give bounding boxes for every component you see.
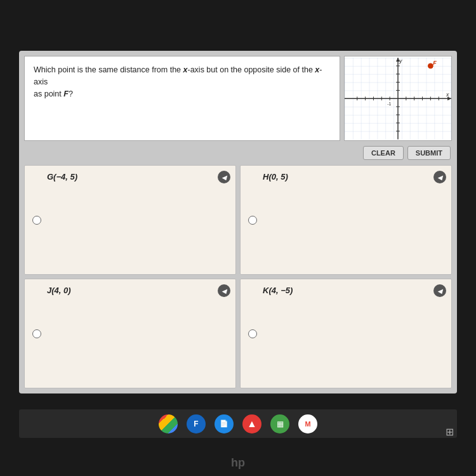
clear-button[interactable]: CLEAR (363, 146, 404, 160)
taskbar-gmail-icon[interactable]: M (298, 414, 317, 433)
audio-icon-c[interactable]: ◀ (218, 284, 230, 297)
taskbar-sheets-icon[interactable]: ▦ (270, 414, 289, 433)
corner-display-icon: ⊞ (446, 426, 454, 438)
answer-card-d[interactable]: ◀ K(4, −5) (240, 279, 452, 388)
audio-icon-b[interactable]: ◀ (433, 171, 446, 183)
answer-label-c: J(4, 0) (47, 286, 71, 295)
taskbar-docs-icon[interactable]: 📄 (215, 414, 234, 433)
answer-label-d: K(4, −5) (263, 286, 293, 295)
radio-b[interactable] (248, 216, 257, 225)
question-text: Which point is the same distance from th… (34, 65, 322, 98)
taskbar-chrome-icon[interactable] (159, 414, 178, 433)
svg-text:F: F (433, 60, 437, 66)
hp-logo: hp (231, 456, 245, 470)
radio-c[interactable] (32, 329, 41, 338)
submit-button[interactable]: SUBMIT (407, 146, 451, 160)
answer-card-c[interactable]: ◀ J(4, 0) (24, 279, 236, 388)
taskbar-slides-icon[interactable]: ▲ (242, 414, 261, 433)
taskbar: F 📄 ▲ ▦ M (19, 409, 457, 438)
buttons-row: CLEAR SUBMIT (24, 145, 452, 161)
svg-point-26 (428, 63, 433, 69)
answer-label-a: G(−4, 5) (47, 172, 77, 182)
question-box: Which point is the same distance from th… (24, 56, 340, 141)
radio-a[interactable] (32, 216, 41, 225)
top-section: Which point is the same distance from th… (24, 56, 452, 141)
answer-card-b[interactable]: ◀ H(0, 5) (240, 165, 452, 275)
answer-card-a[interactable]: ◀ G(−4, 5) (24, 165, 236, 275)
audio-icon-d[interactable]: ◀ (433, 284, 446, 297)
svg-text:-1: -1 (387, 102, 391, 106)
answer-label-b: H(0, 5) (263, 172, 288, 182)
answers-section: ◀ G(−4, 5) ◀ H(0, 5) ◀ J(4, 0) ◀ K(4, −5… (24, 165, 452, 388)
radio-d[interactable] (248, 329, 257, 338)
graph-box: x y (344, 56, 452, 141)
taskbar-files-icon[interactable]: F (187, 414, 206, 433)
main-content: Which point is the same distance from th… (24, 56, 452, 388)
audio-icon-a[interactable]: ◀ (218, 171, 230, 183)
screen: Which point is the same distance from th… (19, 51, 457, 393)
